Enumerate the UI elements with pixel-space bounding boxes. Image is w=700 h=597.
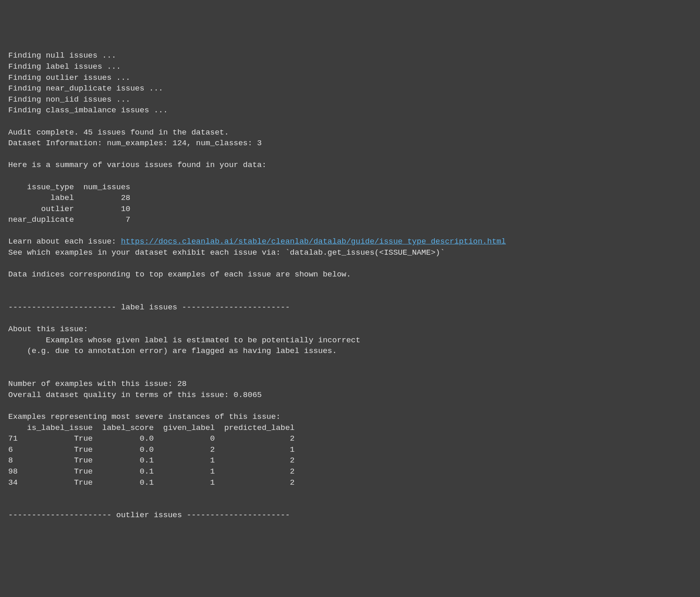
audit-complete-line: Audit complete. 45 issues found in the d… [8,128,229,137]
label-about-line: Examples whose given label is estimated … [8,336,360,345]
learn-line: Learn about each issue: https://docs.cle… [8,237,506,246]
label-table-row: 98 True 0.1 1 2 [8,467,295,476]
terminal-output: Finding null issues ... Finding label is… [0,44,700,597]
label-table-row: 71 True 0.0 0 2 [8,434,295,443]
summary-table-row: label 28 [8,193,130,202]
finding-line: Finding non_iid issues ... [8,95,130,104]
about-this-issue-label: About this issue: [8,325,88,334]
summary-table-header: issue_type num_issues [8,183,130,192]
label-about-line: (e.g. due to annotation error) are flagg… [8,346,337,355]
finding-line: Finding label issues ... [8,62,121,71]
label-section-header: ----------------------- label issues ---… [8,303,290,312]
docs-link[interactable]: https://docs.cleanlab.ai/stable/cleanlab… [121,237,506,246]
label-examples-intro: Examples representing most severe instan… [8,412,280,421]
summary-table-row: outlier 10 [8,204,130,214]
label-quality-line: Overall dataset quality in terms of this… [8,390,262,400]
summary-table-row: near_duplicate 7 [8,215,130,224]
outlier-section-header: ---------------------- outlier issues --… [8,511,290,520]
label-count-line: Number of examples with this issue: 28 [8,379,187,388]
finding-line: Finding near_duplicate issues ... [8,84,163,93]
summary-intro-line: Here is a summary of various issues foun… [8,160,266,170]
label-table-row: 34 True 0.1 1 2 [8,478,295,487]
see-which-line: See which examples in your dataset exhib… [8,248,445,257]
finding-line: Finding outlier issues ... [8,73,130,82]
label-table-header: is_label_issue label_score given_label p… [8,423,295,432]
label-table-row: 8 True 0.1 1 2 [8,456,295,465]
learn-prefix: Learn about each issue: [8,237,121,246]
indices-intro-line: Data indices corresponding to top exampl… [8,270,351,279]
finding-line: Finding class_imbalance issues ... [8,106,168,115]
finding-line: Finding null issues ... [8,51,116,60]
label-table-row: 6 True 0.0 2 1 [8,445,295,454]
dataset-info-line: Dataset Information: num_examples: 124, … [8,139,262,148]
